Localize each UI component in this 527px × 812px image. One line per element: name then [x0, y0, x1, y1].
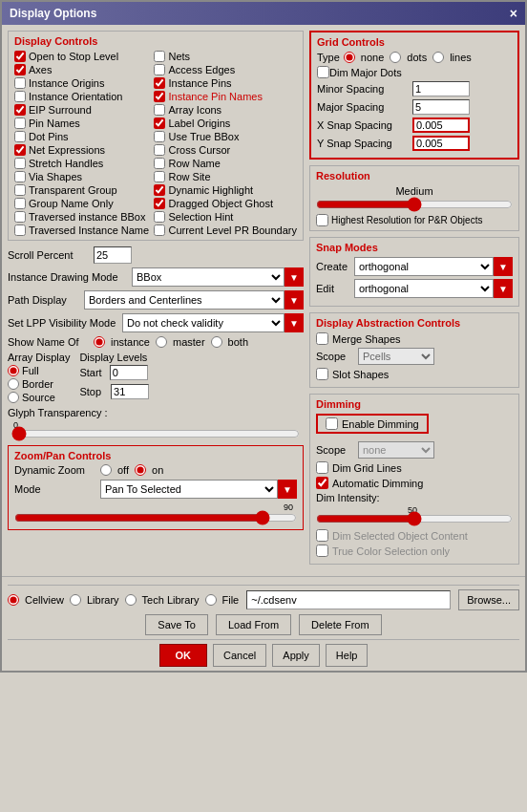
show-name-master-radio[interactable] [156, 336, 167, 348]
delete-from-button[interactable]: Delete From [299, 614, 382, 635]
checkbox-access-edges-input[interactable] [154, 64, 165, 75]
snap-edit-arrow[interactable]: ▼ [494, 279, 513, 298]
instance-drawing-mode-dropdown[interactable]: BBox ▼ [132, 267, 304, 287]
checkbox-open-to-stop-input[interactable] [14, 51, 26, 62]
resolution-slider[interactable] [316, 199, 513, 210]
checkbox-via-shapes-input[interactable] [14, 171, 26, 182]
grid-type-dots-radio[interactable] [390, 52, 401, 63]
checkbox-use-true-bbox-input[interactable] [154, 131, 165, 142]
start-level-input[interactable] [110, 365, 148, 380]
dynamic-zoom-off-radio[interactable] [100, 464, 112, 476]
zoom-scale-slider[interactable] [14, 512, 297, 524]
source-tech-library-radio[interactable] [125, 594, 137, 606]
checkbox-label-origins-input[interactable] [154, 118, 165, 129]
grid-type-lines-radio[interactable] [432, 52, 444, 63]
show-name-of-label: Show Name Of [8, 336, 94, 348]
ok-button[interactable]: OK [159, 644, 208, 667]
checkbox-row-site-input[interactable] [154, 171, 165, 182]
load-from-button[interactable]: Load From [216, 614, 291, 635]
checkbox-axes-input[interactable] [14, 64, 26, 75]
dimming-scope-select[interactable]: none [358, 441, 434, 459]
apply-button[interactable]: Apply [272, 644, 320, 667]
path-display-arrow[interactable]: ▼ [285, 290, 304, 310]
automatic-dimming-checkbox[interactable] [316, 477, 328, 489]
checkbox-group-name-only-input[interactable] [14, 198, 26, 209]
instance-drawing-mode-select[interactable]: BBox [132, 267, 285, 287]
checkbox-row-name-input[interactable] [154, 158, 165, 169]
instance-drawing-mode-label: Instance Drawing Mode [8, 271, 132, 283]
show-name-both-radio[interactable] [211, 336, 222, 348]
dim-major-dots-checkbox[interactable] [317, 66, 329, 78]
checkbox-instance-pin-names-input[interactable] [154, 91, 165, 102]
checkbox-cross-cursor: Cross Cursor [154, 144, 297, 156]
dim-grid-lines-checkbox[interactable] [316, 461, 328, 474]
instance-drawing-mode-arrow[interactable]: ▼ [285, 267, 304, 287]
source-cellview-radio[interactable] [8, 594, 19, 606]
mode-arrow[interactable]: ▼ [278, 480, 297, 499]
true-color-checkbox[interactable] [316, 545, 328, 557]
checkbox-cross-cursor-input[interactable] [154, 144, 165, 156]
x-snap-input[interactable] [412, 118, 470, 133]
checkbox-traversed-instance-bbox-input[interactable] [14, 211, 26, 223]
mode-select[interactable]: Pan To Selected [100, 480, 278, 499]
snap-create-arrow[interactable]: ▼ [494, 257, 513, 276]
stop-level-input[interactable] [111, 384, 149, 399]
grid-type-none-radio[interactable] [344, 52, 355, 63]
array-source-radio[interactable] [8, 392, 19, 403]
highest-resolution-checkbox[interactable] [316, 214, 328, 226]
scroll-percent-input[interactable] [94, 246, 132, 264]
checkbox-stretch-handles-input[interactable] [14, 158, 26, 169]
mode-dropdown: Pan To Selected ▼ [100, 480, 297, 499]
array-full-radio[interactable] [8, 365, 19, 376]
dynamic-zoom-on-radio[interactable] [135, 464, 146, 476]
checkbox-transparent-group-input[interactable] [14, 184, 26, 196]
checkbox-dot-pins-input[interactable] [14, 131, 26, 142]
checkbox-array-icons-input[interactable] [154, 104, 165, 116]
array-border-radio[interactable] [8, 378, 19, 390]
checkbox-net-expressions-input[interactable] [14, 144, 26, 156]
source-library-radio[interactable] [70, 594, 81, 606]
glyph-transparency-slider[interactable] [11, 428, 300, 439]
checkbox-open-to-stop: Open to Stop Level [14, 51, 150, 62]
show-name-instance-radio[interactable] [94, 336, 105, 348]
checkbox-instance-origins-input[interactable] [14, 77, 26, 89]
help-button[interactable]: Help [326, 644, 369, 667]
checkbox-eip-surround-input[interactable] [14, 104, 26, 116]
checkbox-dynamic-highlight-input[interactable] [154, 184, 165, 196]
zoom-pan-header: Zoom/Pan Controls [14, 450, 297, 461]
merge-shapes-checkbox[interactable] [316, 332, 328, 345]
checkbox-current-level-pr-input[interactable] [154, 224, 165, 236]
snap-edit-select[interactable]: orthogonal [354, 279, 494, 298]
checkbox-instance-orientation-input[interactable] [14, 91, 26, 102]
checkbox-eip-surround-label: EIP Surround [29, 104, 92, 116]
major-spacing-input[interactable] [412, 99, 470, 115]
dim-selected-checkbox[interactable] [316, 529, 328, 542]
checkbox-instance-orientation-label: Instance Orientation [29, 91, 122, 102]
path-display-select[interactable]: Borders and Centerlines [84, 290, 285, 310]
highest-resolution-label: Highest Resolution for P&R Objects [331, 215, 482, 225]
checkbox-dynamic-highlight: Dynamic Highlight [154, 184, 297, 196]
slot-shapes-checkbox[interactable] [316, 368, 328, 380]
snap-create-select[interactable]: orthogonal [354, 257, 494, 276]
checkbox-selection-hint-input[interactable] [154, 211, 165, 223]
lpp-visibility-select[interactable]: Do not check validity [122, 313, 285, 332]
lpp-visibility-arrow[interactable]: ▼ [285, 313, 304, 332]
y-snap-input[interactable] [412, 136, 470, 151]
checkbox-traversed-instance-name-input[interactable] [14, 224, 26, 236]
checkbox-dragged-object-ghost-input[interactable] [154, 198, 165, 209]
abstraction-scope-select[interactable]: Pcells [358, 348, 434, 365]
cancel-button[interactable]: Cancel [213, 644, 266, 667]
source-file-radio[interactable] [205, 594, 217, 606]
minor-spacing-input[interactable] [412, 81, 470, 96]
save-to-button[interactable]: Save To [145, 614, 208, 635]
close-button[interactable]: × [510, 6, 517, 21]
checkbox-selection-hint: Selection Hint [154, 211, 297, 223]
path-input[interactable] [246, 590, 451, 609]
checkbox-pin-names-input[interactable] [14, 118, 26, 129]
browse-button[interactable]: Browse... [458, 589, 519, 610]
enable-dimming-checkbox[interactable] [326, 417, 338, 430]
array-display-section: Array Display Full Border Source [8, 352, 304, 403]
checkbox-instance-pins-input[interactable] [154, 77, 165, 89]
checkbox-nets-input[interactable] [154, 51, 165, 62]
dim-intensity-slider[interactable] [316, 513, 513, 524]
